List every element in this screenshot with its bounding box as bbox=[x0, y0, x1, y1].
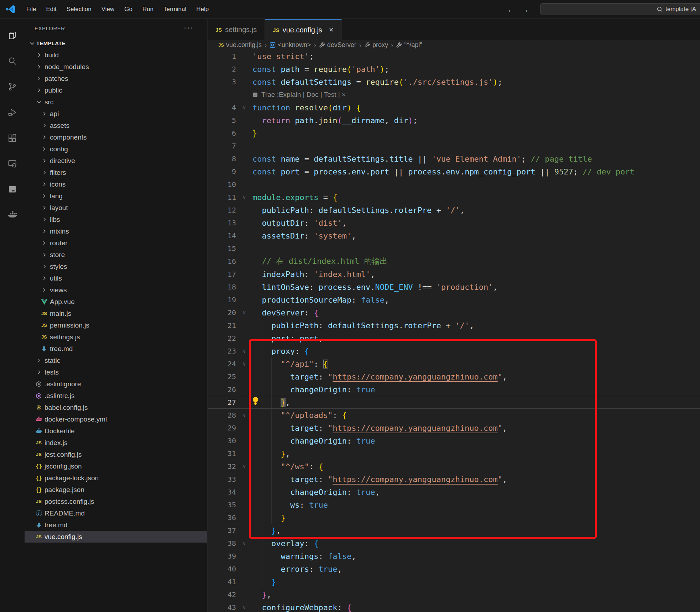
tree-folder-styles[interactable]: styles bbox=[25, 261, 207, 272]
tree-file-postcss-config-js[interactable]: JSpostcss.config.js bbox=[25, 496, 207, 507]
fold-chevron-icon[interactable]: ∨ bbox=[236, 540, 252, 546]
code-line-5[interactable]: 5 return path.join(__dirname, dir); bbox=[208, 114, 700, 127]
tree-folder-api[interactable]: api bbox=[25, 108, 207, 120]
tree-folder-icons[interactable]: icons bbox=[25, 178, 207, 190]
menu-edit[interactable]: Edit bbox=[41, 0, 61, 19]
code-line-7[interactable]: 7 bbox=[208, 140, 700, 152]
code-line-42[interactable]: 42 }, bbox=[208, 588, 700, 601]
code-lens-trae[interactable]: Trae :Explain | Doc | Test | × bbox=[208, 88, 700, 101]
lightbulb-icon[interactable] bbox=[251, 397, 260, 407]
tree-file-readme-md[interactable]: iREADME.md bbox=[25, 507, 207, 519]
tree-folder-build[interactable]: build bbox=[25, 49, 207, 61]
tree-folder-tests[interactable]: tests bbox=[25, 366, 207, 378]
explorer-icon[interactable] bbox=[0, 22, 25, 48]
tree-folder-components[interactable]: components bbox=[25, 131, 207, 143]
tree-file-main-js[interactable]: JSmain.js bbox=[25, 308, 207, 319]
tree-file-tree-md[interactable]: tree.md bbox=[25, 343, 207, 355]
code-line-35[interactable]: 35 ws: true bbox=[208, 498, 700, 511]
tree-folder-directive[interactable]: directive bbox=[25, 155, 207, 167]
code-line-21[interactable]: 21 publicPath: defaultSettings.roterPre … bbox=[208, 319, 700, 332]
code-line-36[interactable]: 36 } bbox=[208, 511, 700, 524]
code-line-24[interactable]: 24∨ "^/api": { bbox=[208, 357, 700, 370]
fold-chevron-icon[interactable]: ∨ bbox=[236, 463, 252, 470]
tree-folder-views[interactable]: views bbox=[25, 284, 207, 296]
panel-extension-icon[interactable] bbox=[0, 176, 25, 202]
code-line-12[interactable]: 12 publicPath: defaultSettings.roterPre … bbox=[208, 204, 700, 216]
code-line-26[interactable]: 26 changeOrigin: true bbox=[208, 383, 700, 396]
tree-folder-router[interactable]: router bbox=[25, 237, 207, 249]
tree-file-vue-config-js[interactable]: JSvue.config.js bbox=[25, 531, 207, 543]
code-line-14[interactable]: 14 assetsDir: 'system', bbox=[208, 229, 700, 242]
run-and-debug-icon[interactable] bbox=[0, 99, 25, 125]
code-line-29[interactable]: 29 target: "https://company.yangguangzhi… bbox=[208, 422, 700, 434]
tree-folder-config[interactable]: config bbox=[25, 143, 207, 155]
breadcrumb-item-file[interactable]: JS vue.config.js bbox=[218, 41, 262, 49]
tree-file-docker-compose-yml[interactable]: docker-compose.yml bbox=[25, 413, 207, 425]
search-sidebar-icon[interactable] bbox=[0, 48, 25, 74]
fold-chevron-icon[interactable]: ∨ bbox=[236, 194, 252, 200]
code-line-11[interactable]: 11∨module.exports = { bbox=[208, 191, 700, 204]
code-line-2[interactable]: 2const path = require('path'); bbox=[208, 63, 700, 75]
code-line-4[interactable]: 4∨function resolve(dir) { bbox=[208, 101, 700, 114]
code-line-10[interactable]: 10 bbox=[208, 178, 700, 191]
menu-file[interactable]: File bbox=[21, 0, 41, 19]
menu-view[interactable]: View bbox=[96, 0, 120, 19]
menu-run[interactable]: Run bbox=[137, 0, 158, 19]
extensions-icon[interactable] bbox=[0, 125, 25, 151]
fold-chevron-icon[interactable]: ∨ bbox=[236, 309, 252, 316]
command-center-search[interactable]: template [A bbox=[540, 3, 700, 15]
tree-folder-public[interactable]: public bbox=[25, 84, 207, 96]
navigate-forward-icon[interactable]: → bbox=[521, 5, 529, 14]
tree-file--eslintrc-js[interactable]: .eslintrc.js bbox=[25, 390, 207, 402]
code-line-15[interactable]: 15 bbox=[208, 242, 700, 255]
code-line-18[interactable]: 18 lintOnSave: process.env.NODE_ENV !== … bbox=[208, 281, 700, 293]
remote-explorer-icon[interactable] bbox=[0, 151, 25, 176]
code-line-6[interactable]: 6} bbox=[208, 127, 700, 140]
code-line-1[interactable]: 1'use strict'; bbox=[208, 50, 700, 63]
menu-terminal[interactable]: Terminal bbox=[158, 0, 191, 19]
code-line-23[interactable]: 23∨ proxy: { bbox=[208, 345, 700, 357]
tree-folder-mixins[interactable]: mixins bbox=[25, 225, 207, 237]
code-line-3[interactable]: 3const defaultSettings = require('./src/… bbox=[208, 75, 700, 88]
menu-go[interactable]: Go bbox=[119, 0, 137, 19]
navigate-back-icon[interactable]: ← bbox=[507, 5, 515, 14]
tree-folder-assets[interactable]: assets bbox=[25, 120, 207, 131]
code-line-33[interactable]: 33 target: "https://company.yangguangzhi… bbox=[208, 473, 700, 486]
fold-chevron-icon[interactable]: ∨ bbox=[236, 604, 252, 611]
tree-folder-filters[interactable]: filters bbox=[25, 167, 207, 178]
code-line-13[interactable]: 13 outputDir: 'dist', bbox=[208, 216, 700, 229]
tree-file-jsconfig-json[interactable]: {}jsconfig.json bbox=[25, 460, 207, 472]
fold-chevron-icon[interactable]: ∨ bbox=[236, 348, 252, 354]
workspace-section-template[interactable]: TEMPLATE bbox=[25, 37, 207, 49]
fold-chevron-icon[interactable]: ∨ bbox=[236, 412, 252, 418]
tab-vue-config-js[interactable]: JS vue.config.js × bbox=[265, 19, 341, 40]
code-line-34[interactable]: 34 changeOrigin: true, bbox=[208, 486, 700, 498]
tree-folder-utils[interactable]: utils bbox=[25, 272, 207, 284]
tree-file-package-lock-json[interactable]: {}package-lock.json bbox=[25, 472, 207, 484]
fold-chevron-icon[interactable]: ∨ bbox=[236, 104, 252, 111]
tree-folder-src[interactable]: src bbox=[25, 96, 207, 108]
tree-folder-store[interactable]: store bbox=[25, 249, 207, 261]
tree-file-index-js[interactable]: JSindex.js bbox=[25, 437, 207, 449]
breadcrumb-item-devserver[interactable]: devServer bbox=[319, 41, 356, 49]
code-line-37[interactable]: 37 }, bbox=[208, 524, 700, 537]
breadcrumb-item-proxy[interactable]: proxy bbox=[364, 41, 388, 49]
close-tab-icon[interactable]: × bbox=[329, 25, 334, 35]
tree-file-jest-config-js[interactable]: JSjest.config.js bbox=[25, 449, 207, 460]
tree-folder-lang[interactable]: lang bbox=[25, 190, 207, 202]
source-control-icon[interactable] bbox=[0, 74, 25, 99]
breadcrumb-item-api[interactable]: "^/api" bbox=[396, 41, 422, 49]
tree-file-app-vue[interactable]: App.vue bbox=[25, 296, 207, 308]
tree-file--eslintignore[interactable]: .eslintignore bbox=[25, 378, 207, 390]
explorer-more-actions-icon[interactable]: ··· bbox=[184, 23, 194, 32]
tree-file-tree-md[interactable]: tree.md bbox=[25, 519, 207, 531]
code-editor[interactable]: 1'use strict';2const path = require('pat… bbox=[208, 50, 700, 612]
tree-file-permission-js[interactable]: JSpermission.js bbox=[25, 319, 207, 331]
menu-help[interactable]: Help bbox=[191, 0, 214, 19]
code-line-38[interactable]: 38∨ overlay: { bbox=[208, 537, 700, 550]
code-line-19[interactable]: 19 productionSourceMap: false, bbox=[208, 293, 700, 306]
tree-folder-node-modules[interactable]: node_modules bbox=[25, 61, 207, 73]
tab-settings-js[interactable]: JS settings.js bbox=[208, 19, 265, 40]
code-line-27[interactable]: 27 }, bbox=[208, 396, 700, 409]
code-line-40[interactable]: 40 errors: true, bbox=[208, 563, 700, 575]
